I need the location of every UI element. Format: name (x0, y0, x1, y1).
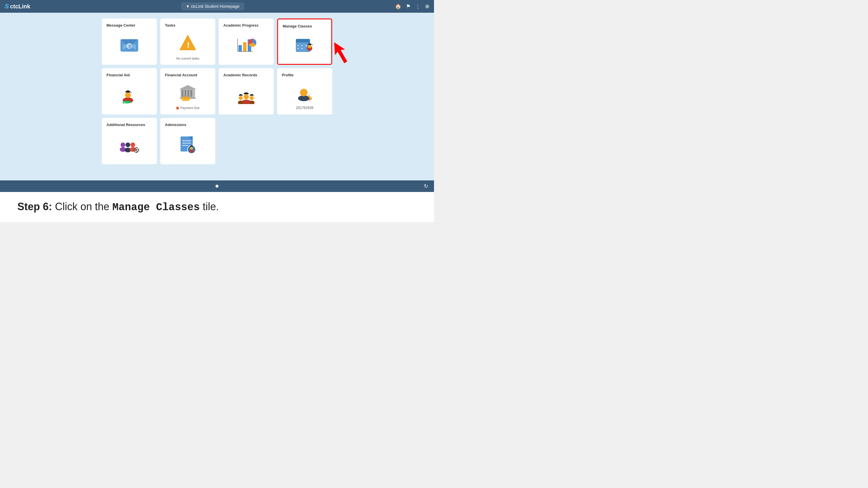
svg-point-36 (125, 92, 131, 98)
tile-tasks[interactable]: Tasks ! No current tasks (160, 19, 215, 65)
tile-profile-title: Profile (282, 73, 293, 77)
homepage-dropdown[interactable]: ▼ ctcLink Student Homepage (181, 3, 244, 10)
step-text: Click on the (52, 201, 112, 213)
tile-financial-account-icon-area (165, 79, 211, 105)
svg-rect-45 (182, 90, 183, 97)
tile-financial-aid-icon-area: $ (106, 79, 152, 110)
menu-icon[interactable]: ⋮ (415, 3, 421, 9)
svg-point-28 (302, 48, 303, 49)
tile-message-center[interactable]: Message Center @ (102, 19, 157, 65)
calendar-grad-icon (294, 36, 315, 54)
tile-additional-resources-icon-area (106, 129, 152, 160)
browser-chrome: SctcLink ▼ ctcLink Student Homepage 🏠 ⚑ … (0, 0, 434, 13)
svg-point-24 (298, 45, 299, 46)
step-highlight: Manage Classes (112, 201, 199, 214)
homepage-dropdown-label: ▼ ctcLink Student Homepage (186, 4, 240, 9)
tile-tasks-icon-area: ! (165, 30, 211, 55)
svg-point-58 (239, 96, 243, 100)
home-icon[interactable]: 🏠 (395, 3, 401, 9)
svg-rect-79 (136, 152, 137, 153)
ctclink-logo: SctcLink (5, 3, 30, 10)
step-text2: tile. (200, 201, 219, 213)
logo-text: ctcLink (10, 3, 30, 10)
tile-academic-records-title: Academic Records (223, 73, 257, 77)
tile-academic-progress[interactable]: Academic Progress (219, 19, 274, 65)
tile-admissions-title: Admissions (165, 123, 186, 127)
tile-profile-icon-area (282, 79, 328, 105)
svg-rect-10 (243, 42, 247, 52)
tile-manage-classes[interactable]: Manage Classes (277, 19, 332, 65)
svg-line-39 (131, 92, 131, 93)
main-content: Message Center @ Tasks (0, 13, 434, 181)
svg-point-71 (121, 142, 125, 147)
svg-point-52 (182, 97, 190, 99)
svg-point-27 (298, 48, 299, 49)
svg-rect-55 (244, 93, 249, 94)
bank-icon (178, 84, 198, 101)
step-instruction: Step 6: Click on the Manage Classes tile… (0, 192, 434, 222)
grad-group-icon (236, 85, 256, 104)
svg-point-25 (302, 45, 303, 46)
svg-point-75 (130, 142, 135, 147)
svg-rect-17 (296, 41, 310, 42)
people-gear-icon (118, 135, 141, 154)
flag-icon[interactable]: ⚑ (406, 3, 410, 9)
tile-financial-aid-title: Financial Aid (106, 73, 130, 77)
svg-point-66 (300, 89, 308, 96)
svg-point-26 (306, 45, 307, 46)
payment-due-badge: ▣ Payment Due (176, 106, 199, 110)
browser-icon-group: 🏠 ⚑ ⋮ ⊕ (395, 3, 429, 9)
svg-rect-63 (250, 95, 253, 96)
person-edit-icon (294, 83, 315, 101)
warning-icon: ! (179, 34, 196, 51)
navigate-icon[interactable]: ⊕ (425, 3, 429, 9)
svg-point-54 (244, 94, 249, 99)
tile-grid: Message Center @ Tasks (38, 19, 396, 164)
tile-tasks-sub: No current tasks (176, 57, 199, 60)
refresh-icon[interactable]: ↻ (424, 183, 428, 189)
svg-text:$: $ (124, 102, 125, 104)
svg-rect-93 (190, 146, 193, 147)
tile-admissions[interactable]: Admissions (160, 118, 215, 164)
tile-admissions-icon-area (165, 129, 211, 160)
tile-profile[interactable]: Profile 201762939 (277, 68, 332, 115)
svg-marker-38 (125, 90, 131, 92)
chart-icon (236, 36, 256, 54)
svg-rect-59 (239, 95, 243, 96)
tile-academic-records[interactable]: Academic Records (219, 68, 274, 115)
tile-manage-classes-icon-area (283, 31, 327, 59)
tile-message-center-title: Message Center (106, 23, 135, 28)
tile-message-center-icon-area: @ (106, 30, 152, 60)
svg-rect-80 (133, 150, 134, 151)
svg-rect-78 (136, 147, 137, 148)
svg-rect-9 (239, 45, 242, 52)
tile-manage-classes-title: Manage Classes (283, 24, 312, 28)
tile-financial-account[interactable]: Financial Account ▣ (160, 68, 215, 115)
logo-s: S (5, 3, 9, 10)
tile-additional-resources[interactable]: Additional Resources (102, 118, 157, 164)
svg-text:@: @ (128, 44, 132, 48)
payment-due-label: Payment Due (180, 106, 199, 109)
tile-financial-account-title: Financial Account (165, 73, 197, 77)
tile-academic-progress-title: Academic Progress (223, 23, 258, 28)
profile-id: 201762939 (296, 106, 313, 110)
tile-additional-resources-title: Additional Resources (106, 123, 145, 127)
svg-marker-64 (249, 94, 254, 95)
svg-point-92 (189, 150, 193, 153)
svg-marker-60 (239, 94, 243, 95)
svg-point-73 (126, 142, 130, 147)
step-number: Step 6: (18, 201, 52, 213)
svg-rect-81 (138, 150, 139, 151)
svg-point-30 (308, 45, 311, 48)
svg-marker-56 (243, 92, 249, 93)
svg-point-62 (250, 96, 254, 100)
svg-rect-47 (187, 90, 189, 97)
tile-academic-progress-icon-area (223, 30, 269, 60)
payment-due-icon: ▣ (176, 106, 179, 110)
envelope-icon: @ (119, 36, 140, 54)
tile-financial-aid[interactable]: Financial Aid $ (102, 68, 157, 115)
svg-rect-31 (308, 44, 311, 45)
svg-marker-34 (329, 39, 351, 65)
svg-rect-41 (123, 102, 129, 103)
tile-academic-records-icon-area (223, 79, 269, 110)
